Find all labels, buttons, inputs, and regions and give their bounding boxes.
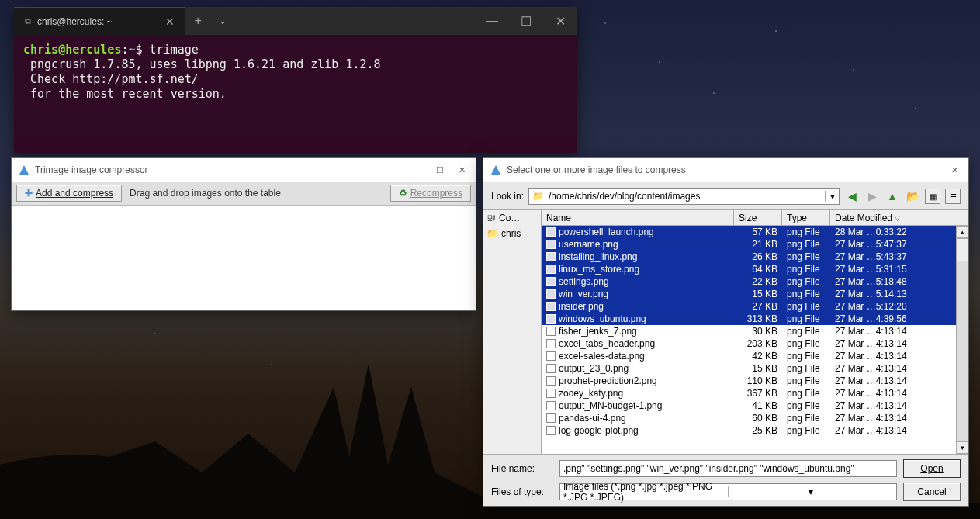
terminal-body[interactable]: chris@hercules:~$ trimage pngcrush 1.7.8… bbox=[14, 35, 577, 153]
maximize-button[interactable]: ☐ bbox=[509, 7, 543, 35]
file-row[interactable]: output_23_0.png15 KBpng File27 Mar …4:13… bbox=[542, 362, 968, 375]
header-date[interactable]: Date Modified▽ bbox=[830, 210, 968, 225]
trimage-title: Trimage image compressor bbox=[35, 164, 407, 175]
file-name: windows_ubuntu.png bbox=[559, 313, 646, 324]
file-name: powershell_launch.png bbox=[559, 227, 654, 237]
file-type: png File bbox=[782, 388, 830, 399]
close-window-button[interactable]: ✕ bbox=[543, 7, 577, 35]
drop-hint: Drag and drop images onto the table bbox=[130, 188, 281, 199]
file-row[interactable]: linux_ms_store.png64 KBpng File27 Mar …5… bbox=[542, 263, 968, 275]
file-name: output_23_0.png bbox=[559, 363, 629, 374]
terminal-window: ⧉ chris@hercules: ~ ✕ + ⌄ ― ☐ ✕ chris@he… bbox=[14, 7, 577, 153]
drop-area[interactable] bbox=[12, 205, 476, 310]
tab-menu-chevron-icon[interactable]: ⌄ bbox=[211, 16, 234, 26]
file-date: 27 Mar …4:13:14 bbox=[830, 413, 968, 424]
scroll-up-icon[interactable]: ▴ bbox=[957, 226, 968, 238]
file-type: png File bbox=[782, 363, 830, 374]
file-type: png File bbox=[782, 338, 830, 349]
scroll-thumb[interactable] bbox=[957, 238, 968, 261]
icon-view-button[interactable]: ▦ bbox=[925, 189, 940, 204]
path-combobox[interactable]: 📁 /home/chris/dev/blog/content/images ▾ bbox=[528, 188, 840, 205]
header-type[interactable]: Type bbox=[782, 210, 830, 225]
file-type: png File bbox=[782, 251, 830, 262]
header-name[interactable]: Name bbox=[542, 210, 734, 225]
file-row[interactable]: windows_ubuntu.png313 KBpng File27 Mar …… bbox=[542, 313, 968, 325]
nav-up-icon[interactable]: ▲ bbox=[885, 189, 900, 204]
file-name: log-google-plot.png bbox=[559, 425, 639, 436]
close-window-button[interactable]: ✕ bbox=[451, 158, 473, 182]
file-pane: 🖳 Co… 📁 chris Name Size Type Date Modifi… bbox=[483, 209, 968, 455]
file-type: png File bbox=[782, 289, 830, 299]
picker-titlebar[interactable]: Select one or more image files to compre… bbox=[483, 158, 968, 182]
scrollbar[interactable]: ▴ ▾ bbox=[956, 226, 968, 454]
file-size: 21 KB bbox=[734, 239, 782, 250]
nav-back-icon[interactable]: ◀ bbox=[844, 189, 860, 204]
detail-view-button[interactable]: ☰ bbox=[945, 189, 961, 204]
file-date: 27 Mar …5:14:13 bbox=[830, 289, 968, 299]
close-window-button[interactable]: ✕ bbox=[944, 158, 965, 182]
file-row[interactable]: powershell_launch.png57 KBpng File28 Mar… bbox=[542, 226, 968, 238]
file-type: png File bbox=[782, 227, 830, 237]
file-row[interactable]: pandas-ui-4.png60 KBpng File27 Mar …4:13… bbox=[542, 412, 968, 424]
sidebar-item-computer[interactable]: 🖳 Co… bbox=[483, 210, 541, 226]
file-type: png File bbox=[782, 313, 830, 324]
file-icon bbox=[546, 265, 556, 274]
file-icon bbox=[546, 364, 556, 373]
file-row[interactable]: output_MN-budget-1.png41 KBpng File27 Ma… bbox=[542, 400, 968, 412]
trimage-titlebar[interactable]: Trimage image compressor ― ☐ ✕ bbox=[12, 158, 476, 182]
trimage-toolbar: ✚ Add and compress Drag and drop images … bbox=[12, 182, 476, 205]
file-type: png File bbox=[782, 326, 830, 337]
file-row[interactable]: win_ver.png15 KBpng File27 Mar …5:14:13 bbox=[542, 288, 968, 300]
file-row[interactable]: settings.png22 KBpng File27 Mar …5:18:48 bbox=[542, 275, 968, 288]
file-type: png File bbox=[782, 413, 830, 424]
file-row[interactable]: prophet-prediction2.png110 KBpng File27 … bbox=[542, 375, 968, 387]
file-row[interactable]: username.png21 KBpng File27 Mar …5:47:37 bbox=[542, 238, 968, 251]
filetype-combobox[interactable]: Image files (*.png *.jpg *.jpeg *.PNG *.… bbox=[559, 483, 897, 500]
terminal-tab[interactable]: ⧉ chris@hercules: ~ ✕ bbox=[14, 7, 185, 35]
file-size: 60 KB bbox=[734, 413, 782, 424]
file-row[interactable]: insider.png27 KBpng File27 Mar …5:12:20 bbox=[542, 300, 968, 313]
add-button-label: Add and compress bbox=[36, 188, 113, 199]
recompress-button[interactable]: ♻ Recompress bbox=[390, 185, 471, 202]
file-date: 27 Mar …5:31:15 bbox=[830, 264, 968, 275]
file-size: 203 KB bbox=[734, 338, 782, 349]
nav-forward-icon[interactable]: ▶ bbox=[864, 189, 880, 204]
close-tab-icon[interactable]: ✕ bbox=[165, 16, 175, 28]
chevron-down-icon[interactable]: ▾ bbox=[825, 191, 839, 202]
file-row[interactable]: excel-sales-data.png42 KBpng File27 Mar … bbox=[542, 350, 968, 362]
file-date: 27 Mar …4:13:14 bbox=[830, 425, 968, 436]
file-icon bbox=[546, 351, 556, 361]
file-date: 27 Mar …4:13:14 bbox=[830, 363, 968, 374]
file-size: 313 KB bbox=[734, 313, 782, 324]
file-icon bbox=[546, 426, 556, 435]
minimize-button[interactable]: ― bbox=[407, 158, 429, 182]
file-row[interactable]: excel_tabs_header.png203 KBpng File27 Ma… bbox=[542, 337, 968, 350]
new-tab-button[interactable]: + bbox=[185, 14, 211, 28]
file-row[interactable]: fisher_jenks_7.png30 KBpng File27 Mar …4… bbox=[542, 325, 968, 337]
chevron-down-icon[interactable]: ▾ bbox=[728, 486, 893, 497]
places-sidebar[interactable]: 🖳 Co… 📁 chris bbox=[483, 210, 542, 454]
add-and-compress-button[interactable]: ✚ Add and compress bbox=[16, 185, 122, 202]
file-date: 27 Mar …4:39:56 bbox=[830, 313, 968, 324]
file-size: 57 KB bbox=[734, 227, 782, 237]
sidebar-item-home[interactable]: 📁 chris bbox=[483, 226, 541, 241]
new-folder-icon[interactable]: 📂 bbox=[905, 189, 920, 204]
terminal-titlebar[interactable]: ⧉ chris@hercules: ~ ✕ + ⌄ ― ☐ ✕ bbox=[14, 7, 577, 35]
scroll-down-icon[interactable]: ▾ bbox=[957, 441, 968, 454]
filename-input[interactable] bbox=[559, 460, 897, 477]
file-name: win_ver.png bbox=[559, 289, 608, 299]
file-row[interactable]: installing_linux.png26 KBpng File27 Mar … bbox=[542, 251, 968, 263]
maximize-button[interactable]: ☐ bbox=[429, 158, 451, 182]
file-icon bbox=[546, 389, 556, 398]
open-button[interactable]: Open bbox=[903, 459, 961, 478]
file-row[interactable]: zooey_katy.png367 KBpng File27 Mar …4:13… bbox=[542, 387, 968, 400]
header-size[interactable]: Size bbox=[734, 210, 782, 225]
file-row[interactable]: log-google-plot.png25 KBpng File27 Mar …… bbox=[542, 424, 968, 437]
file-type: png File bbox=[782, 351, 830, 362]
app-icon bbox=[490, 164, 502, 176]
cancel-button[interactable]: Cancel bbox=[903, 483, 961, 501]
minimize-button[interactable]: ― bbox=[475, 7, 509, 35]
file-type: png File bbox=[782, 264, 830, 275]
file-date: 27 Mar …5:12:20 bbox=[830, 301, 968, 312]
file-size: 22 KB bbox=[734, 276, 782, 287]
